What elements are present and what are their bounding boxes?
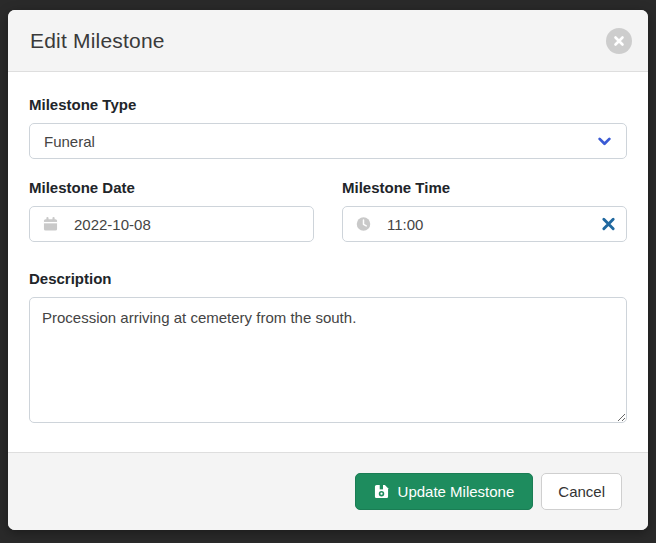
milestone-date-field: Milestone Date [29,179,314,242]
milestone-type-label: Milestone Type [29,96,627,113]
milestone-date-input[interactable] [29,206,314,242]
milestone-time-label: Milestone Time [342,179,627,196]
close-button[interactable] [606,28,632,54]
update-milestone-button[interactable]: Update Milestone [355,473,534,510]
modal-overlay: Edit Milestone Milestone Type Funeral [0,0,656,543]
milestone-time-field: Milestone Time [342,179,627,242]
edit-milestone-modal: Edit Milestone Milestone Type Funeral [8,10,648,530]
description-field: Description Procession arriving at cemet… [29,270,627,427]
milestone-type-select[interactable]: Funeral [29,123,627,159]
cancel-button[interactable]: Cancel [541,473,622,510]
milestone-type-selected-value: Funeral [44,133,95,150]
close-icon [613,35,625,47]
modal-header: Edit Milestone [8,10,648,72]
chevron-down-icon [597,134,612,149]
milestone-time-input[interactable] [342,206,627,242]
milestone-type-field: Milestone Type Funeral [29,96,627,159]
x-clear-icon[interactable] [601,217,616,232]
date-time-row: Milestone Date [29,179,627,242]
save-icon [374,484,389,499]
modal-footer: Update Milestone Cancel [8,452,648,530]
modal-body: Milestone Type Funeral Milestone Date [8,72,648,452]
description-textarea[interactable]: Procession arriving at cemetery from the… [29,297,627,423]
page-title: Edit Milestone [30,29,165,53]
description-label: Description [29,270,627,287]
update-milestone-label: Update Milestone [398,483,515,500]
milestone-date-label: Milestone Date [29,179,314,196]
